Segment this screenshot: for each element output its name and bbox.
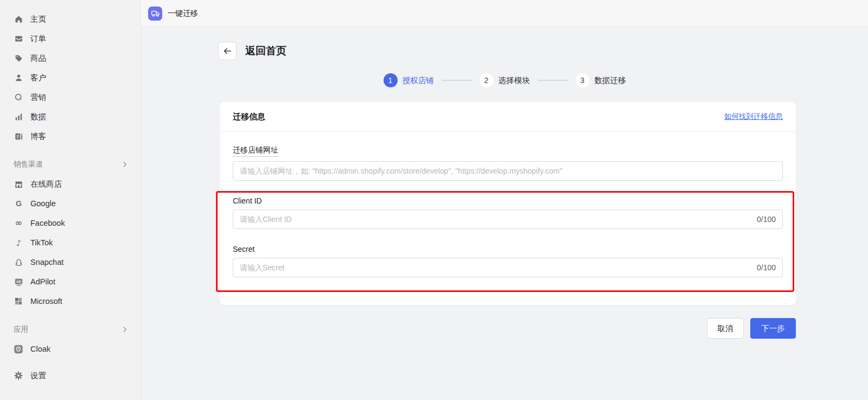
sidebar-item-adpilot[interactable]: AD AdPilot	[0, 272, 141, 291]
sidebar-item-orders[interactable]: 订单	[0, 29, 141, 48]
card-header: 迁移信息 如何找到迁移信息	[220, 102, 796, 132]
blog-icon	[14, 131, 23, 141]
page-title: 返回首页	[245, 44, 286, 58]
client-id-label: Client ID	[233, 196, 783, 205]
sidebar-item-label: 订单	[30, 34, 46, 44]
main-content: 返回首页 1 授权店铺 2 选择模块 3 数据迁移 迁移信息 如何找到迁移信息 …	[141, 27, 868, 400]
step-authorize-store[interactable]: 1 授权店铺	[384, 73, 434, 87]
sidebar-item-label: 主页	[30, 14, 46, 24]
person-icon	[14, 73, 23, 82]
svg-text:∞: ∞	[15, 218, 22, 228]
sidebar-item-customers[interactable]: 客户	[0, 68, 141, 87]
page-header: 返回首页	[218, 42, 286, 60]
svg-text:♪: ♪	[16, 238, 21, 247]
home-icon	[14, 14, 23, 24]
orders-icon	[14, 34, 23, 43]
sidebar-item-label: Microsoft	[30, 297, 62, 306]
secret-field: Secret 0/100	[233, 245, 783, 277]
step-connector	[538, 80, 568, 81]
microsoft-icon	[14, 296, 23, 306]
migration-app-icon	[148, 7, 162, 21]
sidebar-item-google[interactable]: G Google	[0, 194, 141, 213]
sidebar: 主页 订单 商品 客户 营销 数据 博客	[0, 0, 141, 400]
meta-icon: ∞	[14, 218, 23, 228]
svg-text:G: G	[15, 199, 21, 208]
step-number: 3	[576, 73, 590, 87]
tag-icon	[14, 53, 23, 63]
sidebar-item-label: 客户	[30, 73, 46, 83]
gear-icon	[14, 371, 23, 380]
sidebar-item-label: Snapchat	[30, 258, 63, 266]
sidebar-item-cloak[interactable]: Cloak	[0, 339, 141, 359]
sidebar-item-analytics[interactable]: 数据	[0, 107, 141, 126]
migration-info-card: 迁移信息 如何找到迁移信息 迁移店铺网址 Client ID 0/100	[220, 102, 796, 305]
snapchat-ghost-icon	[14, 257, 23, 267]
arrow-left-icon	[222, 46, 232, 56]
sidebar-section-apps[interactable]: 应用	[0, 320, 141, 339]
target-cursor-icon	[14, 92, 23, 102]
sidebar-item-label: 在线商店	[30, 179, 62, 189]
store-url-field: 迁移店铺网址	[233, 145, 783, 181]
section-label: 应用	[14, 325, 28, 334]
sidebar-item-label: Facebook	[30, 219, 65, 227]
sidebar-item-label: Google	[30, 199, 56, 208]
sidebar-item-label: AdPilot	[30, 277, 55, 286]
card-title: 迁移信息	[233, 112, 265, 122]
sidebar-item-microsoft[interactable]: Microsoft	[0, 291, 141, 311]
sidebar-section-sales-channels[interactable]: 销售渠道	[0, 155, 141, 174]
section-label: 销售渠道	[14, 160, 43, 169]
client-id-input[interactable]	[233, 209, 783, 229]
step-connector	[442, 80, 472, 81]
tiktok-icon: ♪	[14, 238, 23, 247]
stepper: 1 授权店铺 2 选择模块 3 数据迁移	[141, 73, 868, 87]
sidebar-item-label: Cloak	[30, 345, 50, 353]
sidebar-item-snapchat[interactable]: Snapchat	[0, 252, 141, 272]
sidebar-item-marketing[interactable]: 营销	[0, 87, 141, 107]
bar-chart-icon	[14, 112, 23, 122]
sidebar-item-label: 博客	[30, 131, 46, 142]
cancel-button[interactable]: 取消	[707, 318, 744, 339]
topbar: 一键迁移	[141, 0, 868, 27]
secret-input[interactable]	[233, 258, 783, 277]
sidebar-item-label: TikTok	[30, 238, 53, 247]
google-icon: G	[14, 199, 23, 208]
storefront-icon	[14, 179, 23, 189]
step-label: 选择模块	[499, 75, 530, 86]
sidebar-item-label: 设置	[30, 371, 46, 381]
sidebar-item-online-store[interactable]: 在线商店	[0, 174, 141, 194]
cloak-icon	[14, 344, 23, 354]
how-to-find-info-link[interactable]: 如何找到迁移信息	[724, 112, 783, 122]
adpilot-icon: AD	[14, 277, 23, 287]
step-number: 2	[480, 73, 494, 87]
sidebar-item-tiktok[interactable]: ♪ TikTok	[0, 233, 141, 252]
client-id-field: Client ID 0/100	[233, 196, 783, 229]
sidebar-item-label: 营销	[30, 92, 46, 103]
secret-label: Secret	[233, 245, 783, 253]
footer-actions: 取消 下一步	[220, 318, 796, 339]
svg-text:AD: AD	[16, 280, 21, 283]
sidebar-item-label: 商品	[30, 53, 46, 64]
app-title: 一键迁移	[168, 9, 198, 18]
sidebar-item-home[interactable]: 主页	[0, 9, 141, 29]
step-label: 授权店铺	[403, 75, 434, 86]
chevron-right-icon	[121, 161, 129, 168]
back-button[interactable]	[218, 42, 237, 60]
store-url-input[interactable]	[233, 161, 783, 181]
chevron-right-icon	[121, 326, 129, 333]
next-step-button[interactable]: 下一步	[750, 318, 796, 339]
step-select-modules[interactable]: 2 选择模块	[480, 73, 530, 87]
card-body: 迁移店铺网址 Client ID 0/100 Secret 0/100	[220, 132, 796, 277]
sidebar-item-blog[interactable]: 博客	[0, 126, 141, 146]
step-number: 1	[384, 73, 398, 87]
step-label: 数据迁移	[595, 75, 626, 86]
sidebar-item-products[interactable]: 商品	[0, 48, 141, 68]
store-url-label: 迁移店铺网址	[233, 145, 278, 157]
step-data-migration[interactable]: 3 数据迁移	[576, 73, 626, 87]
sidebar-item-label: 数据	[30, 112, 46, 122]
sidebar-item-settings[interactable]: 设置	[0, 366, 141, 385]
sidebar-item-facebook[interactable]: ∞ Facebook	[0, 213, 141, 233]
